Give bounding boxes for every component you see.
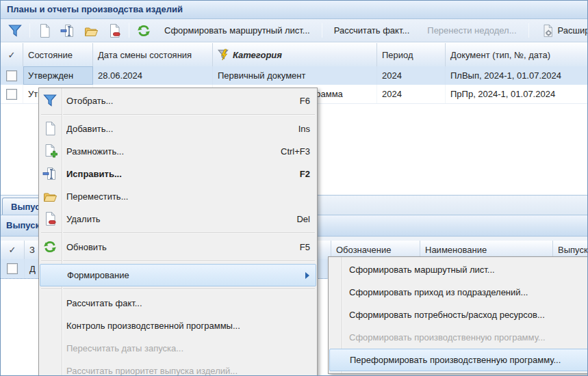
delete-doc-icon: [107, 23, 122, 38]
calc-fact-button[interactable]: Рассчитать факт...: [327, 24, 418, 37]
menu-item-add[interactable]: Добавить... Ins: [39, 118, 317, 140]
row-checkbox-cell: [1, 66, 23, 85]
menu-item-label: Рассчитать приоритет выпуска изделий...: [66, 366, 238, 376]
folder-open-icon: [84, 23, 99, 38]
menu-item-filter[interactable]: Отобрать... F6: [39, 90, 317, 112]
duplicate-doc-icon: [42, 144, 57, 159]
toolbar-separator: [29, 23, 30, 38]
column-header-period[interactable]: Период: [377, 43, 446, 66]
table-row[interactable]: Утвержден 28.06.2024 Первичный документ …: [1, 66, 587, 85]
plans-table-header: ✓ Состояние Дата смены состояния Категор…: [1, 43, 587, 67]
toolbar: Сформировать маршрутный лист... Рассчита…: [1, 19, 587, 42]
row-checkbox[interactable]: [6, 70, 17, 81]
menu-item-label: Сформировать потребность/расход ресурсов…: [349, 310, 545, 320]
menu-separator: [39, 230, 317, 236]
menu-item-shortcut: F6: [286, 96, 310, 106]
row-checkbox-cell: [1, 85, 23, 103]
generate-route-sheet-button[interactable]: Сформировать маршрутный лист...: [157, 24, 318, 37]
submenu-item-incoming[interactable]: Сформировать приход из подразделений...: [329, 281, 588, 304]
toolbar-separator: [129, 23, 129, 38]
column-header-check[interactable]: ✓: [1, 241, 25, 259]
submenu-item-regenerate-program[interactable]: Переформировать производственную програм…: [329, 349, 588, 371]
submenu-item-generate-program[interactable]: Сформировать производственную программу.…: [329, 326, 588, 349]
delete-button[interactable]: [104, 22, 125, 40]
menu-item-shortcut: F2: [286, 169, 310, 179]
submenu-arrow-icon: [305, 272, 309, 279]
state-date-cell[interactable]: 28.06.2024: [93, 66, 213, 85]
menu-separator: [39, 112, 317, 118]
formation-submenu: Сформировать маршрутный лист... Сформиро…: [328, 256, 588, 374]
window-title: Планы и отчеты производства изделий: [7, 4, 183, 14]
menu-item-calc-fact[interactable]: Рассчитать факт...: [39, 292, 317, 314]
menu-item-recalc-launch-dates[interactable]: Пересчитать даты запуска...: [39, 337, 317, 360]
menu-separator: [39, 286, 317, 292]
app-window: Планы и отчеты производства изделий: [0, 0, 588, 376]
period-cell[interactable]: 2024: [377, 66, 446, 85]
menu-separator: [39, 258, 317, 264]
extended-button[interactable]: Расширенный: [533, 23, 587, 39]
column-header-check[interactable]: ✓: [1, 43, 23, 66]
column-header-category[interactable]: Категория: [213, 43, 377, 66]
context-menu: Отобрать... F6 Добавить... Ins Размножит…: [38, 88, 318, 376]
gear-doc-icon: [541, 24, 554, 38]
menu-item-shortcut: Ins: [285, 124, 310, 134]
menu-item-label: Пересчитать даты запуска...: [66, 343, 183, 353]
menu-item-label: Сформировать приход из подразделений...: [349, 287, 528, 297]
menu-item-duplicate[interactable]: Размножить... Ctrl+F3: [39, 140, 317, 163]
filter-lightning-icon: [218, 49, 230, 61]
extended-button-label: Расширенный: [558, 25, 587, 36]
edit-doc-icon: [42, 166, 57, 181]
edit-doc-icon: [60, 23, 75, 38]
filter-button[interactable]: [5, 22, 25, 40]
menu-item-label: Контроль производственной программы...: [66, 321, 240, 331]
menu-item-formation[interactable]: Формирование: [40, 264, 316, 286]
menu-item-label: Переформировать производственную програм…: [350, 355, 561, 365]
column-header-document[interactable]: Документ (тип, №, дата): [446, 43, 587, 66]
menu-item-shortcut: Del: [283, 214, 310, 224]
column-header-state[interactable]: Состояние: [23, 43, 93, 66]
period-cell[interactable]: 2024: [377, 85, 446, 103]
check-column-glyph: ✓: [8, 50, 16, 60]
toolbar-separator: [322, 23, 322, 38]
column-header-state-date[interactable]: Дата смены состояния: [93, 43, 213, 66]
menu-item-delete[interactable]: Удалить Del: [39, 208, 317, 230]
menu-item-program-control[interactable]: Контроль производственной программы...: [39, 314, 317, 337]
refresh-button[interactable]: [133, 22, 154, 40]
toolbar-separator: [528, 23, 529, 38]
document-cell[interactable]: ПлВып, 2024-1, 01.07.2024: [446, 66, 587, 85]
add-button[interactable]: [34, 22, 55, 40]
menu-item-label: Рассчитать факт...: [66, 298, 142, 308]
row-checkbox[interactable]: [7, 263, 18, 274]
menu-item-move[interactable]: Переместить...: [39, 185, 317, 208]
state-cell[interactable]: Утвержден: [23, 66, 93, 85]
edit-button[interactable]: [57, 22, 78, 40]
menu-item-shortcut: F5: [286, 242, 310, 252]
category-cell[interactable]: Первичный документ: [213, 66, 377, 85]
menu-item-label: Удалить: [66, 214, 101, 224]
menu-item-label: Формирование: [67, 270, 129, 280]
row-checkbox-cell: [1, 259, 25, 278]
menu-item-edit[interactable]: Исправить... F2: [39, 163, 317, 185]
menu-item-label: Добавить...: [66, 124, 113, 134]
menu-item-calc-priority[interactable]: Рассчитать приоритет выпуска изделий...: [39, 360, 317, 376]
move-button[interactable]: [81, 22, 101, 40]
filter-icon: [42, 93, 57, 108]
window-titlebar: Планы и отчеты производства изделий: [1, 1, 587, 19]
filter-icon: [8, 23, 23, 38]
document-cell[interactable]: ПрПр, 2024-1, 01.07.2024: [446, 85, 587, 103]
category-header-label: Категория: [233, 50, 282, 60]
menu-item-refresh[interactable]: Обновить F5: [39, 236, 317, 258]
menu-item-label: Исправить...: [66, 169, 122, 179]
row-checkbox[interactable]: [6, 89, 17, 100]
check-column-glyph: ✓: [9, 245, 16, 255]
menu-item-label: Сформировать маршрутный лист...: [349, 265, 495, 275]
menu-item-label: Сформировать производственную программу.…: [349, 332, 546, 343]
carry-over-backlog-button[interactable]: Перенести недодел...: [420, 24, 524, 37]
menu-item-label: Размножить...: [66, 146, 124, 157]
menu-item-label: Переместить...: [66, 191, 128, 202]
submenu-item-resources[interactable]: Сформировать потребность/расход ресурсов…: [329, 304, 588, 326]
submenu-item-route-sheet[interactable]: Сформировать маршрутный лист...: [329, 258, 588, 281]
folder-open-icon: [42, 189, 57, 204]
new-doc-icon: [42, 121, 57, 136]
menu-item-label: Обновить: [66, 242, 107, 252]
